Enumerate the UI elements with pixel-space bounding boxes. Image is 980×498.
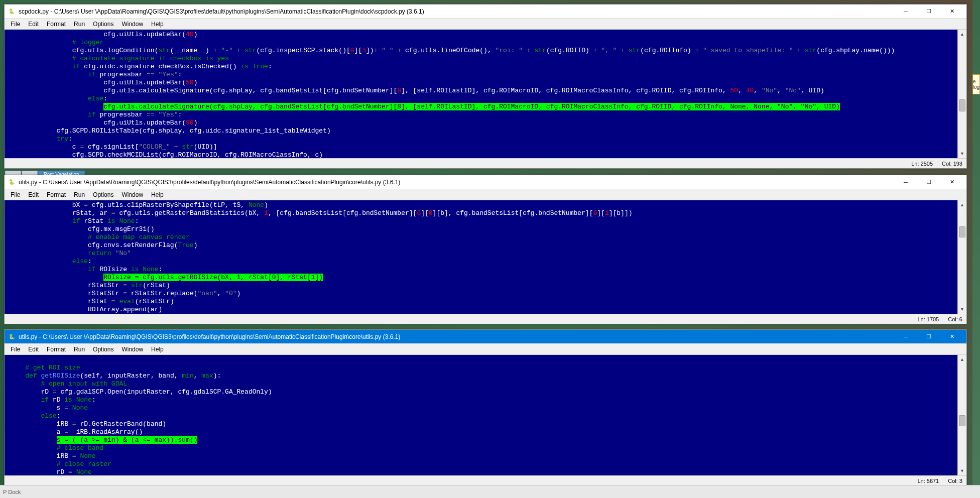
maximize-button[interactable]: ☐ (917, 5, 940, 18)
menu-window[interactable]: Window (117, 345, 147, 354)
statusbar-3: Ln: 5671 Col: 3 (5, 475, 966, 485)
menu-format[interactable]: Format (43, 20, 70, 29)
scroll-up-icon[interactable]: ▲ (958, 30, 966, 39)
menu-run[interactable]: Run (70, 190, 89, 199)
code-content-2[interactable]: bX = cfg.utls.clipRasterByShapefile(tLP,… (5, 200, 957, 314)
minimize-button[interactable]: ─ (894, 176, 917, 189)
scrollbar-2[interactable]: ▲ ▼ (957, 200, 966, 314)
title-text-1: scpdock.py - C:\Users\ User \AppData\Roa… (19, 8, 894, 15)
status-col: Col: 6 (948, 316, 962, 322)
scroll-up-icon[interactable]: ▲ (958, 355, 966, 364)
menu-run[interactable]: Run (70, 345, 89, 354)
status-line: Ln: 5671 (917, 478, 939, 484)
menu-file[interactable]: File (7, 190, 24, 199)
scrollbar-1[interactable]: ▲ ▼ (957, 30, 966, 158)
editor-window-1[interactable]: 🐍 scpdock.py - C:\Users\ User \AppData\R… (4, 4, 967, 169)
menu-options[interactable]: Options (89, 190, 117, 199)
status-line: Ln: 1705 (917, 316, 939, 322)
menu-format[interactable]: Format (43, 190, 70, 199)
status-col: Col: 193 (942, 161, 962, 167)
code-content-3[interactable]: # get ROI size def getROISize(self, inpu… (5, 355, 957, 475)
close-button[interactable]: ✕ (940, 330, 963, 343)
menu-run[interactable]: Run (70, 20, 89, 29)
statusbar-2: Ln: 1705 Col: 6 (5, 314, 966, 324)
scrollbar-3[interactable]: ▲ ▼ (957, 355, 966, 475)
scroll-down-icon[interactable]: ▼ (958, 305, 966, 314)
scroll-thumb[interactable] (959, 99, 965, 111)
python-file-icon: 🐍 (8, 8, 16, 16)
menu-help[interactable]: Help (147, 190, 168, 199)
titlebar-3[interactable]: 🐍 utils.py - C:\Users\ User \AppData\Roa… (5, 330, 966, 344)
python-file-icon: 🐍 (8, 333, 16, 341)
menu-edit[interactable]: Edit (24, 190, 43, 199)
code-editor-1[interactable]: cfg.uiUtls.updateBar(40) # logger cfg.ut… (5, 30, 966, 158)
menu-help[interactable]: Help (147, 345, 168, 354)
status-line: Ln: 2505 (911, 161, 933, 167)
code-editor-2[interactable]: bX = cfg.utls.clipRasterByShapefile(tLP,… (5, 200, 966, 314)
menu-options[interactable]: Options (89, 20, 117, 29)
menu-file[interactable]: File (7, 345, 24, 354)
titlebar-2[interactable]: 🐍 utils.py - C:\Users\ User \AppData\Roa… (5, 175, 966, 189)
bottom-taskbar: P Dock (0, 485, 980, 498)
scroll-up-icon[interactable]: ▲ (958, 200, 966, 209)
menu-window[interactable]: Window (117, 190, 147, 199)
highlighted-line-1: cfg.utls.calculateSignature(cfg.shpLay, … (103, 103, 840, 110)
code-content-1[interactable]: cfg.uiUtls.updateBar(40) # logger cfg.ut… (5, 30, 957, 158)
menu-window[interactable]: Window (117, 20, 147, 29)
title-text-2: utils.py - C:\Users\ User \AppData\Roami… (19, 179, 894, 186)
menubar-1: File Edit Format Run Options Window Help (5, 19, 966, 30)
taskbar-item[interactable]: P Dock (3, 489, 21, 495)
menubar-2: File Edit Format Run Options Window Help (5, 189, 966, 200)
minimize-button[interactable]: ─ (894, 330, 917, 343)
menu-file[interactable]: File (7, 20, 24, 29)
maximize-button[interactable]: ☐ (917, 176, 940, 189)
menu-edit[interactable]: Edit (24, 345, 43, 354)
maximize-button[interactable]: ☐ (917, 330, 940, 343)
statusbar-1: Ln: 2505 Col: 193 (5, 158, 966, 168)
editor-window-2[interactable]: 🐍 utils.py - C:\Users\ User \AppData\Roa… (4, 175, 967, 324)
close-button[interactable]: ✕ (940, 176, 963, 189)
highlighted-line-2: ROIsize = cfg.utls.getROISize(bX, 1, rSt… (103, 274, 323, 281)
editor-window-3[interactable]: 🐍 utils.py - C:\Users\ User \AppData\Roa… (4, 329, 967, 486)
highlighted-line-3: s = ( (a >= min) & (a <= max)).sum() (57, 436, 198, 444)
status-col: Col: 3 (948, 478, 962, 484)
minimize-button[interactable]: ─ (894, 5, 917, 18)
bg-panel-label: e log (972, 74, 980, 94)
code-editor-3[interactable]: # get ROI size def getROISize(self, inpu… (5, 355, 966, 475)
menu-options[interactable]: Options (89, 345, 117, 354)
python-file-icon: 🐍 (8, 178, 16, 186)
menu-edit[interactable]: Edit (24, 20, 43, 29)
close-button[interactable]: ✕ (940, 5, 963, 18)
scroll-down-icon[interactable]: ▼ (958, 149, 966, 158)
menubar-3: File Edit Format Run Options Window Help (5, 344, 966, 355)
title-text-3: utils.py - C:\Users\ User \AppData\Roami… (19, 333, 894, 340)
scroll-down-icon[interactable]: ▼ (958, 466, 966, 475)
scroll-thumb[interactable] (959, 415, 965, 426)
scroll-thumb[interactable] (959, 226, 965, 237)
menu-format[interactable]: Format (43, 345, 70, 354)
titlebar-1[interactable]: 🐍 scpdock.py - C:\Users\ User \AppData\R… (5, 5, 966, 19)
menu-help[interactable]: Help (147, 20, 168, 29)
